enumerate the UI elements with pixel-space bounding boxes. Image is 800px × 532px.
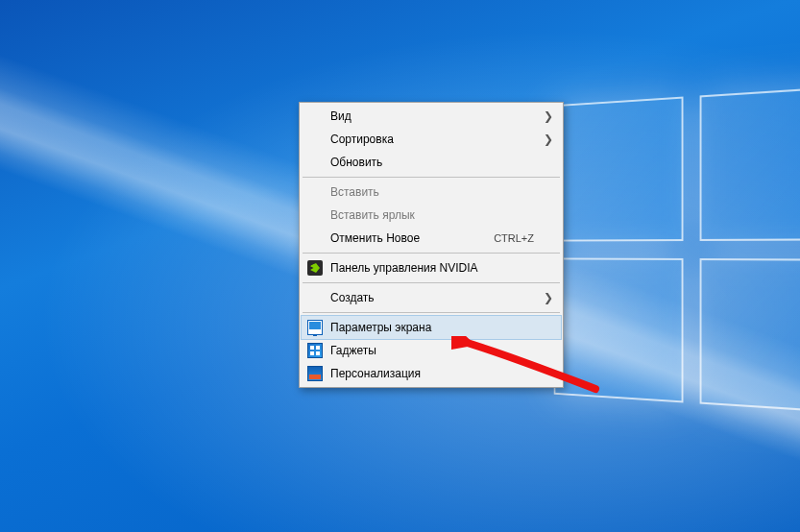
menu-item-gadgets[interactable]: Гаджеты — [302, 339, 561, 362]
menu-label: Панель управления NVIDIA — [330, 261, 534, 275]
menu-separator — [303, 177, 560, 178]
menu-label: Параметры экрана — [330, 321, 534, 334]
menu-item-sort[interactable]: Сортировка ❯ — [302, 128, 561, 151]
menu-label: Сортировка — [330, 133, 534, 146]
menu-item-nvidia[interactable]: Панель управления NVIDIA — [302, 256, 561, 279]
menu-item-display-settings[interactable]: Параметры экрана — [302, 316, 561, 339]
menu-label: Вставить — [330, 185, 534, 199]
chevron-right-icon: ❯ — [544, 133, 553, 146]
nvidia-icon — [307, 260, 323, 276]
menu-separator — [303, 253, 560, 254]
chevron-right-icon: ❯ — [544, 291, 553, 304]
gadgets-icon — [307, 343, 323, 358]
chevron-right-icon: ❯ — [544, 109, 553, 123]
display-icon — [307, 320, 323, 335]
menu-item-paste-shortcut: Вставить ярлык — [302, 204, 561, 227]
menu-label: Персонализация — [330, 367, 534, 380]
desktop-context-menu: Вид ❯ Сортировка ❯ Обновить Вставить Вст… — [299, 102, 564, 388]
menu-label: Гаджеты — [330, 344, 534, 357]
menu-item-personalize[interactable]: Персонализация — [302, 362, 561, 385]
menu-label: Вид — [330, 109, 534, 123]
menu-item-refresh[interactable]: Обновить — [302, 151, 561, 174]
menu-label: Создать — [330, 291, 534, 304]
menu-label: Обновить — [330, 156, 534, 169]
menu-separator — [303, 312, 560, 313]
menu-label: Вставить ярлык — [330, 208, 534, 222]
menu-item-view[interactable]: Вид ❯ — [302, 105, 561, 128]
personalize-icon — [307, 366, 323, 381]
menu-item-undo[interactable]: Отменить Новое CTRL+Z — [302, 227, 561, 250]
menu-label: Отменить Новое — [330, 231, 494, 245]
menu-item-new[interactable]: Создать ❯ — [302, 286, 561, 309]
menu-separator — [303, 282, 560, 283]
menu-item-paste: Вставить — [302, 181, 561, 204]
menu-shortcut: CTRL+Z — [494, 232, 534, 244]
